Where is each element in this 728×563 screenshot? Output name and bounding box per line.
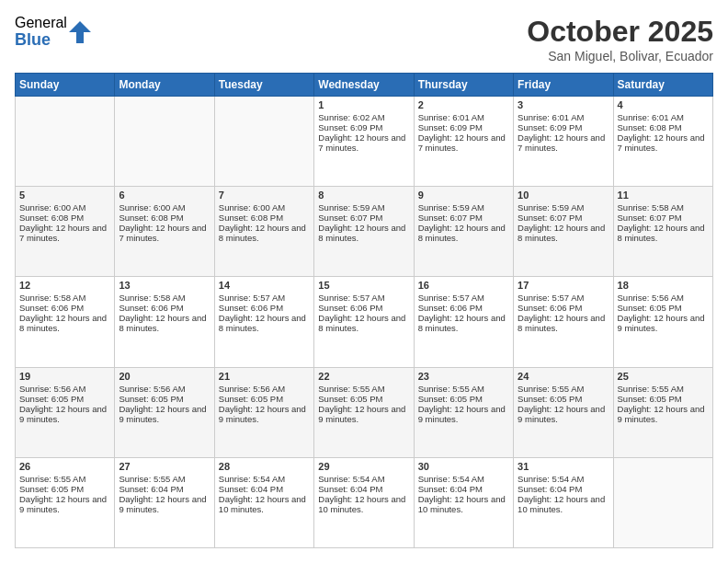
day-number: 31 <box>518 461 609 472</box>
day-info: Sunrise: 6:01 AM <box>618 112 709 122</box>
calendar-week-row: 5Sunrise: 6:00 AMSunset: 6:08 PMDaylight… <box>16 187 713 277</box>
day-number: 10 <box>518 190 609 201</box>
table-row <box>115 97 214 187</box>
day-number: 23 <box>418 371 509 382</box>
table-row: 31Sunrise: 5:54 AMSunset: 6:04 PMDayligh… <box>514 457 613 547</box>
day-info: Sunrise: 6:00 AM <box>19 202 110 213</box>
day-number: 19 <box>19 371 110 382</box>
day-info: Sunset: 6:04 PM <box>318 484 409 494</box>
table-row: 7Sunrise: 6:00 AMSunset: 6:08 PMDaylight… <box>214 187 313 277</box>
day-info: Daylight: 12 hours and 8 minutes. <box>418 313 509 333</box>
day-info: Sunrise: 6:01 AM <box>518 112 609 122</box>
day-info: Sunrise: 5:59 AM <box>418 202 509 213</box>
day-info: Sunset: 6:06 PM <box>119 303 210 313</box>
day-number: 29 <box>318 461 409 472</box>
day-info: Daylight: 12 hours and 9 minutes. <box>418 404 509 424</box>
day-info: Sunset: 6:08 PM <box>19 213 110 223</box>
day-info: Sunset: 6:07 PM <box>418 213 509 223</box>
header-tuesday: Tuesday <box>214 74 313 97</box>
day-info: Sunset: 6:08 PM <box>119 213 210 223</box>
day-info: Sunset: 6:06 PM <box>418 303 509 313</box>
day-info: Daylight: 12 hours and 7 minutes. <box>618 132 709 153</box>
day-number: 25 <box>618 371 709 382</box>
day-info: Sunrise: 5:55 AM <box>418 384 509 394</box>
day-info: Daylight: 12 hours and 8 minutes. <box>318 223 409 243</box>
location-title: San Miguel, Bolivar, Ecuador <box>527 49 713 63</box>
day-info: Sunset: 6:04 PM <box>518 484 609 494</box>
day-info: Sunset: 6:05 PM <box>19 394 110 404</box>
day-number: 27 <box>119 461 210 472</box>
day-info: Daylight: 12 hours and 8 minutes. <box>518 223 609 243</box>
day-info: Daylight: 12 hours and 7 minutes. <box>518 132 609 153</box>
table-row: 1Sunrise: 6:02 AMSunset: 6:09 PMDaylight… <box>314 97 414 187</box>
day-number: 26 <box>19 461 110 472</box>
day-info: Daylight: 12 hours and 9 minutes. <box>119 494 210 514</box>
day-info: Sunrise: 5:55 AM <box>518 384 609 394</box>
day-number: 17 <box>518 280 609 291</box>
day-info: Sunrise: 5:55 AM <box>119 474 210 484</box>
day-info: Daylight: 12 hours and 9 minutes. <box>618 404 709 424</box>
table-row: 10Sunrise: 5:59 AMSunset: 6:07 PMDayligh… <box>514 187 613 277</box>
day-info: Daylight: 12 hours and 7 minutes. <box>318 132 409 153</box>
day-number: 14 <box>219 280 310 291</box>
day-info: Sunset: 6:07 PM <box>318 213 409 223</box>
calendar-header-row: Sunday Monday Tuesday Wednesday Thursday… <box>16 74 713 97</box>
day-number: 28 <box>219 461 310 472</box>
day-number: 13 <box>119 280 210 291</box>
day-number: 4 <box>618 99 709 110</box>
day-info: Sunrise: 5:57 AM <box>318 293 409 303</box>
table-row: 5Sunrise: 6:00 AMSunset: 6:08 PMDaylight… <box>16 187 115 277</box>
header-thursday: Thursday <box>414 74 513 97</box>
table-row: 27Sunrise: 5:55 AMSunset: 6:04 PMDayligh… <box>115 457 214 547</box>
day-info: Sunrise: 6:01 AM <box>418 112 509 122</box>
header: General Blue October 2025 San Miguel, Bo… <box>15 15 713 63</box>
day-info: Daylight: 12 hours and 9 minutes. <box>119 404 210 424</box>
calendar-week-row: 26Sunrise: 5:55 AMSunset: 6:05 PMDayligh… <box>16 457 713 547</box>
day-info: Sunset: 6:05 PM <box>518 394 609 404</box>
day-info: Sunrise: 5:56 AM <box>19 384 110 394</box>
day-info: Sunrise: 5:58 AM <box>618 202 709 213</box>
table-row: 30Sunrise: 5:54 AMSunset: 6:04 PMDayligh… <box>414 457 513 547</box>
day-info: Sunset: 6:05 PM <box>418 394 509 404</box>
table-row: 19Sunrise: 5:56 AMSunset: 6:05 PMDayligh… <box>16 367 115 457</box>
table-row: 14Sunrise: 5:57 AMSunset: 6:06 PMDayligh… <box>214 277 313 367</box>
day-number: 15 <box>318 280 409 291</box>
day-info: Daylight: 12 hours and 8 minutes. <box>518 313 609 333</box>
table-row: 11Sunrise: 5:58 AMSunset: 6:07 PMDayligh… <box>613 187 712 277</box>
header-saturday: Saturday <box>613 74 712 97</box>
table-row: 22Sunrise: 5:55 AMSunset: 6:05 PMDayligh… <box>314 367 414 457</box>
day-info: Daylight: 12 hours and 8 minutes. <box>19 313 110 333</box>
day-info: Sunrise: 5:55 AM <box>19 474 110 484</box>
logo-blue: Blue <box>15 31 67 50</box>
day-info: Sunrise: 5:54 AM <box>418 474 509 484</box>
calendar-table: Sunday Monday Tuesday Wednesday Thursday… <box>15 73 713 548</box>
table-row: 26Sunrise: 5:55 AMSunset: 6:05 PMDayligh… <box>16 457 115 547</box>
day-number: 5 <box>19 190 110 201</box>
day-info: Sunrise: 5:57 AM <box>418 293 509 303</box>
day-number: 12 <box>19 280 110 291</box>
table-row: 16Sunrise: 5:57 AMSunset: 6:06 PMDayligh… <box>414 277 513 367</box>
day-info: Daylight: 12 hours and 8 minutes. <box>219 313 310 333</box>
header-wednesday: Wednesday <box>314 74 414 97</box>
day-info: Sunset: 6:05 PM <box>119 394 210 404</box>
day-info: Sunrise: 6:00 AM <box>119 202 210 213</box>
table-row: 28Sunrise: 5:54 AMSunset: 6:04 PMDayligh… <box>214 457 313 547</box>
day-info: Daylight: 12 hours and 8 minutes. <box>119 313 210 333</box>
header-monday: Monday <box>115 74 214 97</box>
day-info: Daylight: 12 hours and 8 minutes. <box>418 223 509 243</box>
day-info: Daylight: 12 hours and 9 minutes. <box>19 494 110 514</box>
day-info: Sunrise: 5:56 AM <box>618 293 709 303</box>
day-info: Sunrise: 6:02 AM <box>318 112 409 122</box>
day-info: Sunrise: 5:57 AM <box>518 293 609 303</box>
table-row <box>613 457 712 547</box>
day-info: Sunset: 6:09 PM <box>518 122 609 132</box>
day-number: 16 <box>418 280 509 291</box>
day-number: 3 <box>518 99 609 110</box>
day-info: Sunset: 6:05 PM <box>19 484 110 494</box>
day-info: Sunset: 6:06 PM <box>518 303 609 313</box>
day-info: Sunset: 6:06 PM <box>318 303 409 313</box>
day-info: Sunset: 6:06 PM <box>219 303 310 313</box>
table-row: 8Sunrise: 5:59 AMSunset: 6:07 PMDaylight… <box>314 187 414 277</box>
day-info: Sunset: 6:04 PM <box>119 484 210 494</box>
day-info: Daylight: 12 hours and 10 minutes. <box>418 494 509 514</box>
